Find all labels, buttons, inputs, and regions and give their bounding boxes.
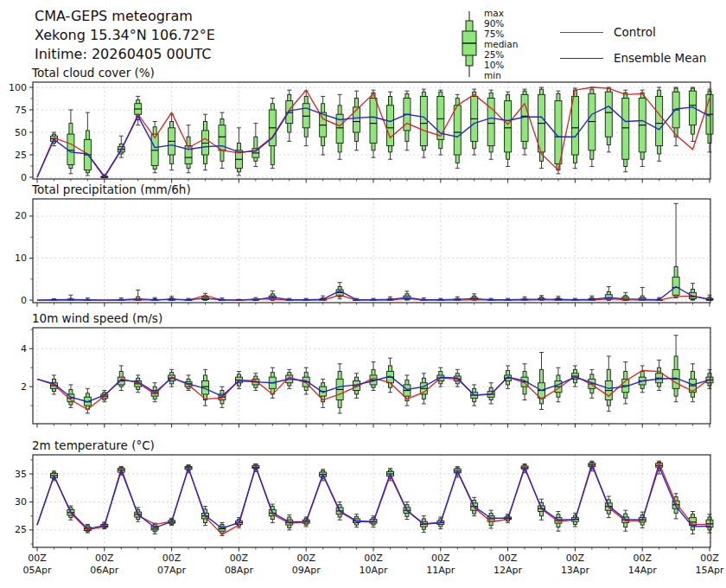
legend-stat-90: 90%	[484, 18, 504, 29]
y-tick-label: 30	[15, 496, 27, 508]
x-tick-date-label: 15Apr	[695, 565, 724, 576]
x-tick-hour-label: 00Z	[700, 553, 719, 564]
station-location: Xekong 15.34°N 106.72°E	[35, 26, 215, 45]
control-line-icon	[560, 32, 603, 33]
x-tick-date-label: 13Apr	[561, 565, 590, 576]
x-tick-date-label: 12Apr	[494, 565, 523, 576]
x-axis-labels: 00Z05Apr00Z06Apr00Z07Apr00Z08Apr00Z09Apr…	[22, 553, 724, 576]
panel-0-plot: 0255075100	[9, 82, 713, 183]
x-tick-hour-label: 00Z	[431, 553, 450, 564]
legend-stat-10: 10%	[484, 60, 504, 70]
panel-title-wind-speed: 10m wind speed (m/s)	[32, 311, 162, 325]
x-tick-hour-label: 00Z	[95, 553, 114, 564]
y-tick-label: 50	[15, 127, 27, 138]
panel-title-precipitation: Total precipitation (mm/6h)	[32, 182, 191, 196]
x-tick-hour-label: 00Z	[633, 553, 652, 564]
legend-stat-median: median	[484, 39, 518, 49]
x-tick-date-label: 14Apr	[628, 565, 658, 576]
y-tick-label: 25	[15, 150, 27, 161]
boxplot-glyph-icon	[458, 9, 481, 81]
legend-stat-min: min	[484, 70, 501, 80]
x-tick-hour-label: 00Z	[162, 553, 182, 564]
y-tick-label: 75	[15, 105, 27, 116]
y-tick-label: 35	[15, 469, 27, 480]
x-tick-hour-label: 00Z	[296, 553, 315, 564]
x-tick-date-label: 09Apr	[292, 565, 322, 576]
y-tick-label: 20	[15, 210, 27, 221]
ensemble-mean-line-icon	[560, 58, 603, 59]
init-time: Initime: 20260405 00UTC	[35, 45, 212, 64]
legend-ensemble-mean-label: Ensemble Mean	[614, 51, 706, 65]
x-tick-hour-label: 00Z	[364, 553, 383, 564]
panel-3-plot: 253035	[15, 455, 713, 552]
boxplot-legend-glyph	[458, 9, 481, 81]
y-tick-label: 0	[21, 172, 27, 183]
x-tick-date-label: 11Apr	[426, 565, 455, 576]
x-tick-date-label: 10Apr	[359, 565, 388, 576]
x-tick-date-label: 08Apr	[225, 565, 254, 576]
panel-title-cloud-cover: Total cloud cover (%)	[32, 66, 155, 80]
y-tick-label: 0	[21, 295, 27, 306]
y-tick-label: 100	[9, 82, 27, 93]
meteogram-page: { "header": { "line1": "CMA-GEPS meteogr…	[0, 0, 726, 588]
x-tick-hour-label: 00Z	[566, 553, 585, 564]
x-tick-date-label: 05Apr	[22, 565, 52, 576]
panel-2-plot: 24	[21, 328, 713, 428]
y-tick-label: 25	[15, 524, 27, 535]
legend-control-label: Control	[614, 25, 656, 39]
x-tick-hour-label: 00Z	[499, 553, 518, 564]
y-tick-label: 10	[15, 252, 27, 264]
x-tick-date-label: 07Apr	[157, 565, 187, 576]
legend-stat-max: max	[484, 8, 504, 18]
x-tick-hour-label: 00Z	[28, 553, 47, 564]
x-tick-hour-label: 00Z	[230, 553, 249, 564]
legend-stat-25: 25%	[484, 49, 504, 60]
y-tick-label: 4	[21, 343, 27, 355]
x-tick-date-label: 06Apr	[90, 565, 119, 576]
panel-title-temperature: 2m temperature (°C)	[32, 438, 155, 452]
meteogram-chart: 0255075100010202425303500Z05Apr00Z06Apr0…	[0, 0, 726, 588]
y-tick-label: 2	[21, 381, 27, 393]
page-title: CMA-GEPS meteogram	[35, 7, 193, 26]
legend-stat-75: 75%	[484, 29, 504, 39]
panel-1-plot: 01020	[15, 199, 713, 307]
